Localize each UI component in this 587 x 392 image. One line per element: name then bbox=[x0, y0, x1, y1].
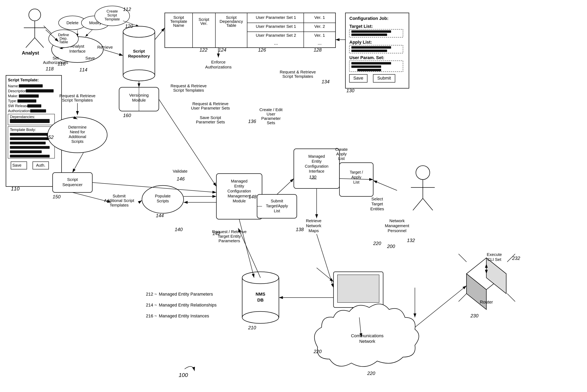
svg-text:Router: Router bbox=[480, 300, 493, 304]
svg-text:Template Body:: Template Body: bbox=[10, 128, 36, 132]
svg-text:Network: Network bbox=[306, 224, 321, 228]
svg-text:122: 122 bbox=[200, 47, 207, 52]
svg-text:Authorizations: Authorizations bbox=[205, 65, 231, 69]
svg-text:Parameter: Parameter bbox=[261, 116, 281, 120]
svg-text:List: List bbox=[274, 209, 280, 213]
svg-text:Managed: Managed bbox=[308, 154, 325, 158]
svg-text:Templates: Templates bbox=[110, 203, 129, 207]
svg-text:Need for: Need for bbox=[70, 130, 85, 134]
svg-text:Script Template:: Script Template: bbox=[8, 78, 39, 82]
svg-text:Auth.: Auth. bbox=[36, 163, 46, 168]
svg-text:Module: Module bbox=[233, 199, 246, 203]
svg-text:Request & Retrieve: Request & Retrieve bbox=[192, 101, 229, 106]
svg-rect-10 bbox=[18, 100, 36, 102]
svg-text:NMS: NMS bbox=[256, 292, 265, 296]
svg-text:User: User bbox=[267, 112, 275, 116]
svg-rect-214 bbox=[337, 275, 379, 302]
svg-text:Network: Network bbox=[389, 218, 405, 223]
svg-text:112: 112 bbox=[123, 6, 131, 12]
svg-text:110: 110 bbox=[11, 186, 20, 192]
svg-rect-23 bbox=[10, 146, 50, 149]
svg-text:Script: Script bbox=[107, 13, 117, 17]
svg-rect-67 bbox=[165, 13, 335, 48]
svg-text:Personnel: Personnel bbox=[388, 228, 407, 233]
svg-text:Scripts: Scripts bbox=[71, 139, 83, 144]
svg-text:138: 138 bbox=[296, 227, 304, 232]
svg-text:Select: Select bbox=[371, 196, 383, 201]
svg-text:130: 130 bbox=[346, 88, 355, 93]
svg-text:Script: Script bbox=[133, 49, 145, 53]
svg-text:216 ~: 216 ~ bbox=[146, 314, 157, 318]
svg-text:User Parameter Sets: User Parameter Sets bbox=[191, 106, 230, 110]
svg-text:Authorizations: Authorizations bbox=[43, 60, 68, 65]
svg-text:Interface: Interface bbox=[309, 169, 324, 174]
svg-text:Retrieve: Retrieve bbox=[306, 218, 321, 223]
svg-rect-17 bbox=[10, 119, 50, 123]
svg-rect-99 bbox=[351, 34, 387, 36]
svg-text:Target /: Target / bbox=[350, 170, 363, 174]
svg-text:Create / Edit: Create / Edit bbox=[259, 107, 283, 112]
svg-text:Target Entity: Target Entity bbox=[218, 234, 241, 238]
svg-rect-22 bbox=[10, 142, 46, 144]
svg-text:...: ... bbox=[318, 40, 322, 46]
svg-text:Script: Script bbox=[67, 177, 78, 182]
svg-text:214 ~: 214 ~ bbox=[146, 302, 157, 308]
svg-text:List: List bbox=[353, 180, 359, 184]
svg-text:Configuration: Configuration bbox=[305, 164, 329, 168]
svg-text:124: 124 bbox=[218, 47, 226, 52]
svg-text:126: 126 bbox=[258, 47, 266, 52]
svg-text:Additional Script: Additional Script bbox=[104, 198, 134, 203]
svg-text:100: 100 bbox=[179, 372, 188, 378]
svg-text:Sequencer: Sequencer bbox=[62, 182, 83, 187]
svg-text:DB: DB bbox=[257, 298, 264, 302]
svg-text:Request & Retrieve: Request & Retrieve bbox=[280, 70, 316, 74]
svg-rect-103 bbox=[351, 50, 387, 52]
svg-text:CLI Set: CLI Set bbox=[487, 257, 501, 262]
svg-text:Set: Set bbox=[53, 56, 59, 60]
svg-text:Additional: Additional bbox=[69, 134, 86, 139]
svg-text:Ver. 2: Ver. 2 bbox=[314, 24, 325, 28]
svg-text:Create: Create bbox=[335, 147, 348, 152]
svg-text:Script Templates: Script Templates bbox=[62, 98, 93, 102]
svg-rect-21 bbox=[10, 137, 50, 140]
svg-text:Table: Table bbox=[59, 40, 68, 44]
svg-text:Entity: Entity bbox=[312, 159, 322, 164]
svg-text:Configuration: Configuration bbox=[228, 189, 251, 193]
svg-text:Request & Retrieve: Request & Retrieve bbox=[59, 94, 96, 98]
svg-text:Target List:: Target List: bbox=[349, 24, 373, 29]
svg-text:Type:: Type: bbox=[8, 99, 17, 103]
svg-text:Submit: Submit bbox=[271, 199, 283, 203]
svg-text:Template: Template bbox=[104, 17, 120, 21]
svg-rect-107 bbox=[351, 66, 381, 68]
svg-rect-98 bbox=[351, 30, 391, 33]
svg-text:Enforce: Enforce bbox=[211, 60, 226, 64]
svg-text:Script Templates: Script Templates bbox=[282, 74, 313, 78]
svg-text:...: ... bbox=[274, 40, 278, 46]
svg-text:Maps: Maps bbox=[308, 228, 319, 233]
svg-text:136: 136 bbox=[248, 119, 256, 124]
svg-text:Managed: Managed bbox=[231, 179, 247, 183]
svg-text:220: 220 bbox=[367, 370, 375, 376]
svg-text:Save: Save bbox=[12, 163, 22, 168]
svg-text:Interface: Interface bbox=[69, 49, 86, 53]
svg-text:User Parameter Set 1: User Parameter Set 1 bbox=[256, 15, 296, 20]
svg-rect-106 bbox=[351, 62, 391, 64]
svg-text:User Param. Set:: User Param. Set: bbox=[349, 55, 384, 60]
svg-text:Management: Management bbox=[385, 224, 409, 228]
svg-text:232: 232 bbox=[512, 256, 520, 261]
svg-text:Validate: Validate bbox=[173, 169, 187, 174]
svg-text:150: 150 bbox=[53, 194, 61, 199]
svg-text:SW Release:: SW Release: bbox=[8, 104, 30, 108]
svg-text:Managed Entity Parameters: Managed Entity Parameters bbox=[159, 292, 213, 296]
svg-rect-4 bbox=[19, 84, 43, 88]
svg-text:Management: Management bbox=[228, 194, 251, 198]
svg-text:Entities: Entities bbox=[370, 206, 384, 211]
svg-text:User Parameter Set 1: User Parameter Set 1 bbox=[256, 24, 296, 28]
svg-text:Ver. 1: Ver. 1 bbox=[314, 15, 325, 20]
svg-text:Apply List:: Apply List: bbox=[349, 40, 372, 45]
svg-text:Managed Entity Instances: Managed Entity Instances bbox=[159, 314, 209, 318]
svg-rect-8 bbox=[19, 94, 39, 98]
svg-text:Configuration Job:: Configuration Job: bbox=[349, 16, 388, 21]
svg-text:152: 152 bbox=[46, 134, 54, 140]
svg-text:Retrieve: Retrieve bbox=[97, 45, 113, 50]
